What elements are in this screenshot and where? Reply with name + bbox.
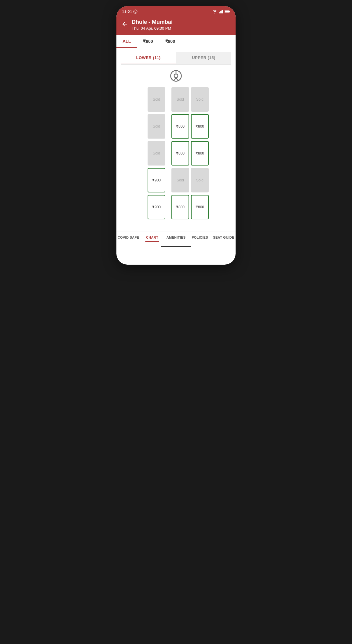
seat-5R2[interactable]: ₹800 (191, 195, 209, 219)
filter-tabs: ALL ₹800 ₹900 (116, 35, 236, 48)
svg-point-11 (174, 74, 178, 78)
page-header: Dhule - Mumbai Thu, 04 Apr, 09:30 PM (116, 16, 236, 35)
bus-layout: Sold Sold Sold Sold ₹800 ₹800 (121, 65, 231, 232)
upper-deck-tab[interactable]: UPPER (15) (176, 52, 231, 64)
seat-3L[interactable]: Sold (148, 141, 165, 166)
svg-point-2 (136, 11, 136, 12)
seat-2R2[interactable]: ₹800 (191, 114, 209, 139)
bottom-nav-seat-guide[interactable]: SEAT GUIDE (212, 236, 236, 242)
table-row: Sold ₹800 ₹800 (123, 114, 229, 139)
seat-5R1[interactable]: ₹800 (171, 195, 189, 219)
bottom-nav-policies[interactable]: POLICIES (188, 236, 212, 242)
bottom-nav: COVID SAFE CHART AMENITIES POLICIES SEAT… (116, 232, 236, 244)
status-emoji-icon (133, 9, 138, 14)
seat-3R1[interactable]: ₹800 (171, 141, 189, 166)
status-icons (212, 10, 230, 13)
seat-4R1[interactable]: Sold (171, 168, 189, 192)
signal-icon (219, 10, 223, 13)
steering-row (123, 69, 229, 82)
home-bar (161, 246, 191, 247)
header-info: Dhule - Mumbai Thu, 04 Apr, 09:30 PM (132, 19, 173, 31)
bottom-nav-amenities[interactable]: AMENITIES (164, 236, 188, 242)
seat-1L[interactable]: Sold (148, 87, 165, 112)
svg-rect-4 (220, 11, 221, 13)
seat-2L[interactable]: Sold (148, 114, 165, 139)
seat-5L[interactable]: ₹900 (148, 195, 165, 219)
svg-rect-8 (229, 11, 230, 12)
deck-tabs: LOWER (11) UPPER (15) (121, 52, 231, 65)
table-row: Sold ₹800 ₹800 (123, 141, 229, 166)
table-row: ₹900 ₹800 ₹800 (123, 195, 229, 219)
route-title: Dhule - Mumbai (132, 19, 173, 25)
seat-2R1[interactable]: ₹800 (171, 114, 189, 139)
journey-datetime: Thu, 04 Apr, 09:30 PM (132, 26, 173, 31)
wifi-icon (212, 10, 217, 13)
steering-wheel-icon (170, 69, 182, 82)
svg-point-0 (134, 10, 137, 13)
seat-1R1[interactable]: Sold (171, 87, 189, 112)
filter-tab-900[interactable]: ₹900 (159, 35, 181, 48)
bottom-nav-chart[interactable]: CHART (140, 236, 164, 242)
back-button[interactable] (121, 21, 128, 29)
svg-point-1 (135, 11, 135, 12)
seat-1R2[interactable]: Sold (191, 87, 209, 112)
seat-grid: Sold Sold Sold Sold ₹800 ₹800 (123, 87, 229, 219)
svg-line-13 (174, 78, 176, 80)
table-row: ₹900 Sold Sold (123, 168, 229, 192)
filter-tab-all[interactable]: ALL (116, 35, 137, 48)
filter-tab-800[interactable]: ₹800 (137, 35, 159, 48)
seat-layout-scroll[interactable]: LOWER (11) UPPER (15) Sold (116, 48, 236, 232)
home-indicator (116, 244, 236, 250)
seat-4R2[interactable]: Sold (191, 168, 209, 192)
svg-line-14 (176, 78, 178, 80)
svg-rect-9 (225, 11, 229, 12)
svg-rect-3 (219, 12, 220, 13)
svg-rect-6 (222, 10, 223, 13)
status-time: 11:21 (122, 9, 138, 14)
seat-3R2[interactable]: ₹800 (191, 141, 209, 166)
battery-icon (225, 10, 230, 13)
bottom-nav-covid-safe[interactable]: COVID SAFE (116, 236, 140, 242)
table-row: Sold Sold Sold (123, 87, 229, 112)
status-bar: 11:21 (116, 6, 236, 16)
time-display: 11:21 (122, 9, 132, 14)
lower-deck-tab[interactable]: LOWER (11) (121, 52, 176, 64)
phone-frame: 11:21 (116, 6, 236, 265)
seat-4L[interactable]: ₹900 (148, 168, 165, 192)
svg-rect-5 (221, 11, 222, 13)
